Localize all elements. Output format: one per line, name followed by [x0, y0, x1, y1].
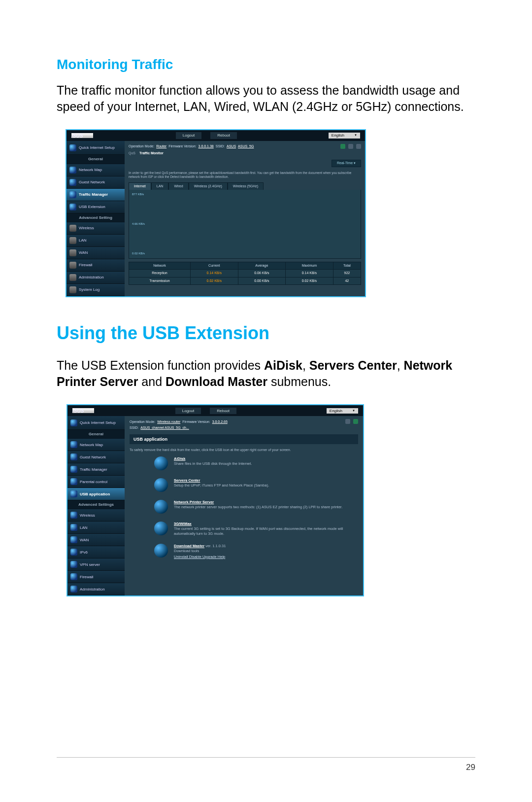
- ssid-value[interactable]: ASUS_channel ASUS_5G_ch...: [140, 426, 189, 429]
- lan-icon: [70, 524, 77, 531]
- sidebar-label: IPv6: [80, 550, 88, 555]
- realtime-dropdown[interactable]: Real-Time ▾: [332, 160, 361, 167]
- sidebar-item-wireless[interactable]: Wireless: [67, 509, 125, 522]
- fw-value[interactable]: 3.0.0.2.65: [212, 420, 228, 423]
- ssid-value-1[interactable]: ASUS: [227, 144, 236, 148]
- info-text: In order to get the best QoS performance…: [129, 170, 361, 182]
- col-network: Network: [129, 262, 191, 270]
- sidebar-item-usb-application[interactable]: USB application: [67, 488, 125, 500]
- realtime-label: Real-Time: [337, 161, 353, 165]
- graph-tab-wlan24[interactable]: Wireless (2.4GHz): [189, 182, 228, 190]
- opmode-value[interactable]: Wireless router: [157, 420, 180, 423]
- cell: 0.02 KB/s: [286, 277, 333, 284]
- cell: 922: [333, 270, 361, 277]
- network-map-icon: [69, 167, 76, 174]
- sidebar-label: Quick Internet Setup: [79, 145, 115, 150]
- usb-app-3g-wimax[interactable]: 3G/WiMaxThe current 3G setting is set to…: [154, 522, 343, 536]
- sidebar-item-firewall[interactable]: Firewall: [66, 259, 125, 272]
- sidebar-header-general: General: [66, 155, 125, 164]
- col-average: Average: [238, 262, 286, 270]
- sidebar-label: Administration: [80, 587, 105, 592]
- logout-button[interactable]: Logout: [176, 132, 201, 139]
- sidebar-item-system-log[interactable]: System Log: [66, 284, 125, 296]
- ssid-label: SSID:: [216, 144, 225, 148]
- sidebar-item-lan[interactable]: LAN: [67, 522, 125, 534]
- app-desc: Setup the UPnP, iTunes FTP and Network P…: [174, 483, 269, 488]
- sidebar-item-administration[interactable]: Administration: [66, 272, 125, 284]
- wrench-icon: [69, 262, 76, 269]
- cell: 42: [333, 277, 361, 284]
- sidebar-item-wan[interactable]: WAN: [66, 247, 125, 259]
- sidebar-label: Administration: [79, 275, 104, 280]
- sidebar-item-parental[interactable]: Parental control: [67, 476, 125, 488]
- printer-icon: [154, 500, 168, 514]
- reboot-button[interactable]: Reboot: [210, 408, 236, 414]
- sidebar: Quick Internet Setup General Network Map…: [67, 416, 125, 595]
- graph-tabs: Internet LAN Wired Wireless (2.4GHz) Wir…: [129, 182, 361, 190]
- admin-icon: [70, 586, 77, 593]
- sidebar-item-wireless[interactable]: Wireless: [66, 222, 125, 235]
- sidebar-item-administration[interactable]: Administration: [67, 583, 125, 595]
- usb-app-servers-center[interactable]: Servers CenterSetup the UPnP, iTunes FTP…: [154, 478, 343, 492]
- reboot-button[interactable]: Reboot: [210, 132, 237, 139]
- dropdown-arrow-icon: ▼: [354, 134, 357, 137]
- app-desc: The network printer server supports two …: [174, 505, 342, 509]
- panel-title: USB application: [130, 434, 358, 444]
- sidebar-item-traffic-manager[interactable]: Traffic Manager: [67, 463, 125, 476]
- opmode-value[interactable]: Router: [156, 144, 166, 148]
- fw-value[interactable]: 3.0.0.1.38: [199, 144, 214, 148]
- status-icon: [340, 144, 345, 149]
- text: The USB Extension function provides: [57, 358, 264, 372]
- subsection-heading: Monitoring Traffic: [57, 57, 475, 72]
- fw-label: Firmware Version:: [182, 420, 210, 423]
- vpn-icon: [70, 561, 77, 568]
- language-select[interactable]: English ▼: [327, 408, 358, 414]
- sidebar-item-vpn[interactable]: VPN server: [67, 558, 125, 571]
- sidebar-item-usb-extension[interactable]: USB Extension: [66, 201, 125, 213]
- sidebar-label: Network Map: [80, 443, 103, 447]
- sidebar-item-qis[interactable]: Quick Internet Setup: [67, 416, 125, 430]
- sidebar-label: Wireless: [79, 226, 94, 231]
- sidebar-item-network-map[interactable]: Network Map: [66, 164, 125, 176]
- usb-app-aidisk[interactable]: AiDiskShare files in the USB disk throug…: [154, 456, 343, 470]
- sidebar-item-firewall[interactable]: Firewall: [67, 571, 125, 583]
- wireless-icon: [70, 512, 77, 519]
- sidebar-item-guest-network[interactable]: Guest Network: [66, 176, 125, 189]
- traffic-graph: 877 KB/s 4.66 KB/s 0.02 KB/s: [129, 190, 361, 259]
- graph-tab-wlan5[interactable]: Wireless (5GHz): [228, 182, 264, 190]
- graph-tab-internet[interactable]: Internet: [129, 182, 151, 190]
- graph-tab-lan[interactable]: LAN: [151, 182, 169, 190]
- cell: Transmission: [129, 277, 191, 284]
- sidebar-label: LAN: [79, 238, 87, 243]
- usb-app-download-master[interactable]: Download Master ver. 1.1.0.31Download to…: [154, 544, 343, 559]
- sidebar-item-lan[interactable]: LAN: [66, 235, 125, 247]
- language-label: English: [330, 409, 342, 413]
- ssid-value-2[interactable]: ASUS_5G: [238, 144, 254, 148]
- sidebar-item-ipv6[interactable]: IPv6: [67, 546, 125, 558]
- wan-icon: [70, 536, 77, 543]
- guest-network-icon: [70, 453, 77, 460]
- sidebar-item-network-map[interactable]: Network Map: [67, 439, 125, 451]
- router-screenshot-usb: /SUS Logout Reboot English ▼ Quick Inter…: [66, 404, 364, 596]
- usb-app-printer[interactable]: Network Printer ServerThe network printe…: [154, 500, 343, 514]
- sidebar-item-qis[interactable]: Quick Internet Setup: [66, 141, 125, 155]
- graph-tab-wired[interactable]: Wired: [168, 182, 188, 190]
- usb-extension-icon: [69, 204, 76, 210]
- tab-traffic-monitor[interactable]: Traffic Monitor: [139, 151, 164, 155]
- language-select[interactable]: English ▼: [329, 133, 360, 139]
- guest-network-icon: [69, 179, 76, 186]
- sidebar-item-wan[interactable]: WAN: [67, 534, 125, 546]
- app-links[interactable]: Uninstall Disable Upgrade Help: [174, 555, 226, 559]
- wimax-icon: [154, 522, 168, 535]
- sidebar-header-general: General: [67, 430, 125, 439]
- sidebar-label: Wireless: [80, 513, 95, 518]
- tab-qos[interactable]: QoS: [129, 151, 135, 155]
- cell: 0.14 KB/s: [286, 270, 333, 277]
- text: and: [138, 375, 166, 388]
- sidebar-item-traffic-manager[interactable]: Traffic Manager: [66, 189, 125, 201]
- sidebar-label: USB application: [80, 492, 110, 496]
- sidebar-item-guest-network[interactable]: Guest Network: [67, 451, 125, 463]
- router-screenshot-traffic: /SUS Logout Reboot English ▼ Quick Inter…: [66, 129, 366, 297]
- logout-button[interactable]: Logout: [175, 408, 201, 414]
- graph-y-label: 4.66 KB/s: [132, 222, 358, 226]
